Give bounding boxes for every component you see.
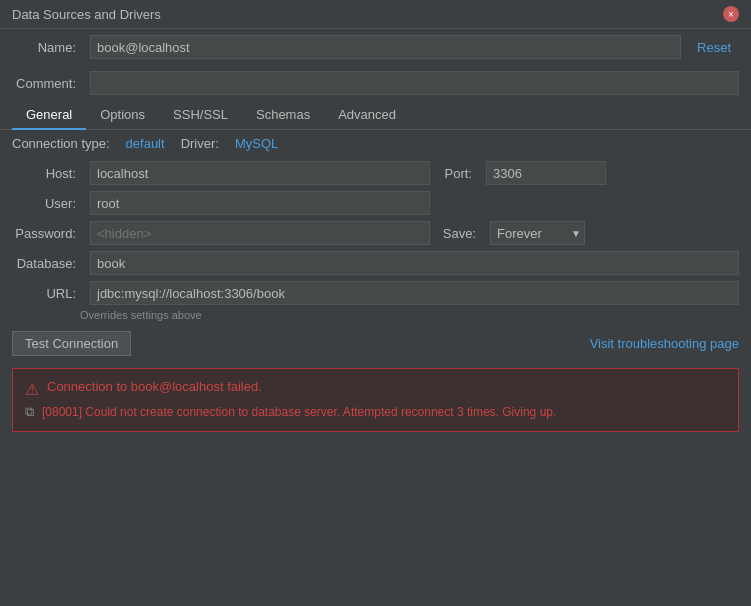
url-label: URL: — [12, 286, 82, 301]
url-input[interactable] — [90, 281, 739, 305]
tabs-row: General Options SSH/SSL Schemas Advanced — [0, 101, 751, 130]
name-label: Name: — [12, 40, 82, 55]
port-input[interactable] — [486, 161, 606, 185]
host-port-row: Host: Port: — [12, 161, 739, 185]
name-input[interactable] — [90, 35, 681, 59]
save-select-wrapper: Forever Until restart Never ▼ — [490, 221, 585, 245]
troubleshoot-link[interactable]: Visit troubleshooting page — [590, 336, 739, 351]
host-label: Host: — [12, 166, 82, 181]
database-label: Database: — [12, 256, 82, 271]
error-box: ⚠ Connection to book@localhost failed. ⧉… — [12, 368, 739, 432]
error-title-text: Connection to book@localhost failed. — [47, 379, 262, 394]
error-icon: ⚠ — [25, 380, 39, 399]
reset-button[interactable]: Reset — [689, 38, 739, 57]
title-bar: Data Sources and Drivers × — [0, 0, 751, 29]
copy-icon: ⧉ — [25, 404, 34, 420]
error-detail-row: ⧉ [08001] Could not create connection to… — [25, 403, 726, 421]
comment-label: Comment: — [12, 76, 82, 91]
save-select[interactable]: Forever Until restart Never — [490, 221, 585, 245]
connection-type-row: Connection type: default Driver: MySQL — [0, 130, 751, 157]
driver-label: Driver: — [181, 136, 219, 151]
user-label: User: — [12, 196, 82, 211]
database-input[interactable] — [90, 251, 739, 275]
password-row: Password: Save: Forever Until restart Ne… — [12, 221, 739, 245]
overrides-text: Overrides settings above — [0, 309, 751, 325]
driver-value[interactable]: MySQL — [235, 136, 278, 151]
user-row: User: — [12, 191, 739, 215]
tab-options[interactable]: Options — [86, 101, 159, 130]
close-button[interactable]: × — [723, 6, 739, 22]
error-detail-text: [08001] Could not create connection to d… — [42, 403, 556, 421]
tab-schemas[interactable]: Schemas — [242, 101, 324, 130]
connection-type-label: Connection type: — [12, 136, 110, 151]
comment-input[interactable] — [90, 71, 739, 95]
tab-general[interactable]: General — [12, 101, 86, 130]
error-title-row: ⚠ Connection to book@localhost failed. — [25, 379, 726, 399]
tab-advanced[interactable]: Advanced — [324, 101, 410, 130]
title-bar-text: Data Sources and Drivers — [12, 7, 161, 22]
host-input[interactable] — [90, 161, 430, 185]
form-grid: Host: Port: User: Password: Save: Foreve… — [0, 157, 751, 309]
close-icon: × — [728, 9, 734, 20]
connection-type-value[interactable]: default — [126, 136, 165, 151]
database-row: Database: — [12, 251, 739, 275]
password-label: Password: — [12, 226, 82, 241]
password-input[interactable] — [90, 221, 430, 245]
port-label: Port: — [438, 166, 478, 181]
tab-ssh-ssl[interactable]: SSH/SSL — [159, 101, 242, 130]
url-row: URL: — [12, 281, 739, 305]
user-input[interactable] — [90, 191, 430, 215]
name-row: Name: Reset — [0, 29, 751, 65]
save-label: Save: — [438, 226, 482, 241]
comment-row: Comment: — [0, 65, 751, 101]
action-row: Test Connection Visit troubleshooting pa… — [0, 325, 751, 362]
test-connection-button[interactable]: Test Connection — [12, 331, 131, 356]
